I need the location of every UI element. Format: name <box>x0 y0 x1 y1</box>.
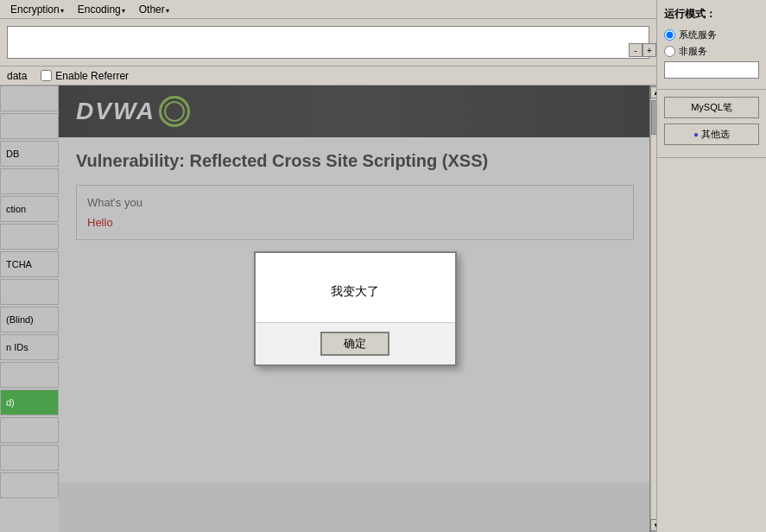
run-mode-title: 运行模式： <box>664 7 759 22</box>
sidebar-item-tcha[interactable]: TCHA <box>0 251 59 277</box>
sidebar-item-3[interactable] <box>0 168 59 194</box>
radio-non-service[interactable]: 非服务 <box>664 45 759 58</box>
modal-overlay: 我变大了 确定 <box>59 86 651 532</box>
modal-message: 我变大了 <box>331 284 379 300</box>
sidebar: DB ction TCHA (Blind) n IDs d) <box>0 86 59 532</box>
enable-referrer-text: Enable Referrer <box>55 70 129 82</box>
sidebar-ids-label: n IDs <box>6 342 28 352</box>
data-label: data <box>7 70 27 82</box>
radio-non-service-label: 非服务 <box>679 45 707 58</box>
run-mode-section: 运行模式： 系统服务 非服务 <box>657 0 766 90</box>
scroll-plus-btn[interactable]: + <box>643 43 656 57</box>
sidebar-item-5[interactable] <box>0 279 59 305</box>
radio-system-service[interactable]: 系统服务 <box>664 28 759 41</box>
sidebar-item-9[interactable] <box>0 472 59 498</box>
sidebar-item-blind[interactable]: (Blind) <box>0 307 59 332</box>
sidebar-item-2[interactable] <box>0 113 59 139</box>
sidebar-item-ids[interactable]: n IDs <box>0 334 59 360</box>
toolbar-encryption[interactable]: Encryption <box>3 2 71 17</box>
sidebar-db-label: DB <box>6 149 19 159</box>
enable-referrer-checkbox[interactable] <box>41 70 52 81</box>
enable-referrer-label[interactable]: Enable Referrer <box>41 70 129 82</box>
sidebar-item-8[interactable] <box>0 445 59 471</box>
sidebar-tcha-label: TCHA <box>6 259 32 269</box>
right-panel: 运行模式： 系统服务 非服务 MySQL笔 其他选 <box>656 0 766 532</box>
other-btn[interactable]: 其他选 <box>664 124 759 145</box>
sidebar-item-6[interactable] <box>0 362 59 388</box>
modal-dialog: 我变大了 确定 <box>254 251 457 366</box>
radio-system-service-label: 系统服务 <box>679 28 717 41</box>
sidebar-ction-label: ction <box>6 204 26 214</box>
mysql-btn[interactable]: MySQL笔 <box>664 97 759 118</box>
data-row: data Enable Referrer <box>0 66 656 86</box>
modal-body: 我变大了 <box>256 253 455 322</box>
sidebar-item-active[interactable]: d) <box>0 390 59 415</box>
toolbar-other[interactable]: Other <box>132 2 176 17</box>
sidebar-active-label: d) <box>6 397 15 408</box>
radio-system-service-input[interactable] <box>664 29 675 41</box>
sidebar-item-db[interactable]: DB <box>0 141 59 167</box>
sidebar-item-ction[interactable]: ction <box>0 196 59 222</box>
right-panel-input[interactable] <box>664 61 759 79</box>
address-bar: - + <box>0 19 656 66</box>
sidebar-item-1[interactable] <box>0 86 59 111</box>
address-input[interactable] <box>7 26 649 59</box>
toolbar: Encryption Encoding Other <box>0 0 656 19</box>
scroll-minus-btn[interactable]: - <box>629 43 643 57</box>
modal-footer: 确定 <box>256 322 455 364</box>
mysql-section: MySQL笔 其他选 <box>657 90 766 158</box>
modal-ok-button[interactable]: 确定 <box>320 332 389 356</box>
sidebar-blind-label: (Blind) <box>6 314 34 325</box>
sidebar-item-4[interactable] <box>0 224 59 250</box>
toolbar-encoding[interactable]: Encoding <box>71 2 132 17</box>
radio-non-service-input[interactable] <box>664 46 675 57</box>
sidebar-item-7[interactable] <box>0 417 59 443</box>
